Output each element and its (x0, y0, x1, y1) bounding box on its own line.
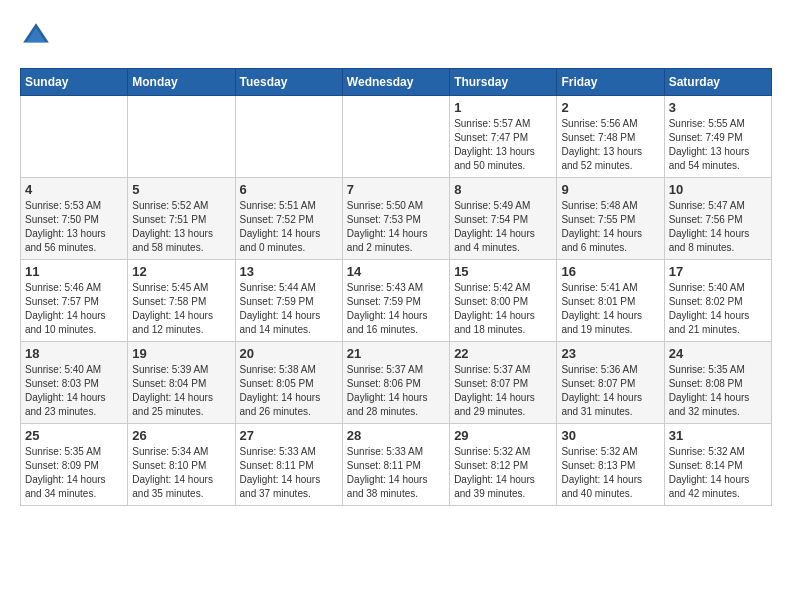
day-info: Sunrise: 5:53 AM Sunset: 7:50 PM Dayligh… (25, 199, 123, 255)
calendar-cell: 24Sunrise: 5:35 AM Sunset: 8:08 PM Dayli… (664, 342, 771, 424)
day-info: Sunrise: 5:34 AM Sunset: 8:10 PM Dayligh… (132, 445, 230, 501)
day-info: Sunrise: 5:43 AM Sunset: 7:59 PM Dayligh… (347, 281, 445, 337)
calendar-cell: 5Sunrise: 5:52 AM Sunset: 7:51 PM Daylig… (128, 178, 235, 260)
day-number: 31 (669, 428, 767, 443)
day-info: Sunrise: 5:55 AM Sunset: 7:49 PM Dayligh… (669, 117, 767, 173)
day-number: 6 (240, 182, 338, 197)
day-number: 1 (454, 100, 552, 115)
day-number: 25 (25, 428, 123, 443)
logo-icon (20, 20, 52, 52)
day-number: 14 (347, 264, 445, 279)
weekday-header: Friday (557, 69, 664, 96)
day-number: 15 (454, 264, 552, 279)
calendar-table: SundayMondayTuesdayWednesdayThursdayFrid… (20, 68, 772, 506)
calendar-cell: 28Sunrise: 5:33 AM Sunset: 8:11 PM Dayli… (342, 424, 449, 506)
calendar-cell: 10Sunrise: 5:47 AM Sunset: 7:56 PM Dayli… (664, 178, 771, 260)
day-info: Sunrise: 5:32 AM Sunset: 8:13 PM Dayligh… (561, 445, 659, 501)
day-info: Sunrise: 5:48 AM Sunset: 7:55 PM Dayligh… (561, 199, 659, 255)
calendar-cell: 29Sunrise: 5:32 AM Sunset: 8:12 PM Dayli… (450, 424, 557, 506)
day-number: 8 (454, 182, 552, 197)
day-info: Sunrise: 5:39 AM Sunset: 8:04 PM Dayligh… (132, 363, 230, 419)
day-info: Sunrise: 5:40 AM Sunset: 8:03 PM Dayligh… (25, 363, 123, 419)
calendar-cell: 17Sunrise: 5:40 AM Sunset: 8:02 PM Dayli… (664, 260, 771, 342)
weekday-header: Monday (128, 69, 235, 96)
day-number: 24 (669, 346, 767, 361)
weekday-header: Sunday (21, 69, 128, 96)
day-info: Sunrise: 5:57 AM Sunset: 7:47 PM Dayligh… (454, 117, 552, 173)
calendar-cell: 15Sunrise: 5:42 AM Sunset: 8:00 PM Dayli… (450, 260, 557, 342)
calendar-cell: 26Sunrise: 5:34 AM Sunset: 8:10 PM Dayli… (128, 424, 235, 506)
day-info: Sunrise: 5:40 AM Sunset: 8:02 PM Dayligh… (669, 281, 767, 337)
day-number: 30 (561, 428, 659, 443)
day-number: 11 (25, 264, 123, 279)
day-number: 22 (454, 346, 552, 361)
day-number: 17 (669, 264, 767, 279)
calendar-week-row: 25Sunrise: 5:35 AM Sunset: 8:09 PM Dayli… (21, 424, 772, 506)
calendar-cell: 18Sunrise: 5:40 AM Sunset: 8:03 PM Dayli… (21, 342, 128, 424)
day-info: Sunrise: 5:33 AM Sunset: 8:11 PM Dayligh… (240, 445, 338, 501)
calendar-week-row: 4Sunrise: 5:53 AM Sunset: 7:50 PM Daylig… (21, 178, 772, 260)
day-info: Sunrise: 5:49 AM Sunset: 7:54 PM Dayligh… (454, 199, 552, 255)
day-number: 28 (347, 428, 445, 443)
day-number: 3 (669, 100, 767, 115)
day-number: 13 (240, 264, 338, 279)
calendar-cell: 16Sunrise: 5:41 AM Sunset: 8:01 PM Dayli… (557, 260, 664, 342)
day-number: 9 (561, 182, 659, 197)
calendar-week-row: 18Sunrise: 5:40 AM Sunset: 8:03 PM Dayli… (21, 342, 772, 424)
day-info: Sunrise: 5:47 AM Sunset: 7:56 PM Dayligh… (669, 199, 767, 255)
day-number: 5 (132, 182, 230, 197)
day-number: 10 (669, 182, 767, 197)
day-number: 4 (25, 182, 123, 197)
day-number: 20 (240, 346, 338, 361)
day-number: 29 (454, 428, 552, 443)
page-header (20, 20, 772, 52)
weekday-header: Wednesday (342, 69, 449, 96)
day-info: Sunrise: 5:38 AM Sunset: 8:05 PM Dayligh… (240, 363, 338, 419)
day-number: 16 (561, 264, 659, 279)
calendar-cell: 25Sunrise: 5:35 AM Sunset: 8:09 PM Dayli… (21, 424, 128, 506)
day-info: Sunrise: 5:41 AM Sunset: 8:01 PM Dayligh… (561, 281, 659, 337)
day-info: Sunrise: 5:32 AM Sunset: 8:12 PM Dayligh… (454, 445, 552, 501)
day-info: Sunrise: 5:35 AM Sunset: 8:08 PM Dayligh… (669, 363, 767, 419)
calendar-cell: 7Sunrise: 5:50 AM Sunset: 7:53 PM Daylig… (342, 178, 449, 260)
day-number: 26 (132, 428, 230, 443)
calendar-cell: 6Sunrise: 5:51 AM Sunset: 7:52 PM Daylig… (235, 178, 342, 260)
day-number: 21 (347, 346, 445, 361)
day-info: Sunrise: 5:52 AM Sunset: 7:51 PM Dayligh… (132, 199, 230, 255)
day-info: Sunrise: 5:44 AM Sunset: 7:59 PM Dayligh… (240, 281, 338, 337)
calendar-cell: 8Sunrise: 5:49 AM Sunset: 7:54 PM Daylig… (450, 178, 557, 260)
calendar-cell: 20Sunrise: 5:38 AM Sunset: 8:05 PM Dayli… (235, 342, 342, 424)
calendar-cell (128, 96, 235, 178)
day-number: 7 (347, 182, 445, 197)
day-info: Sunrise: 5:42 AM Sunset: 8:00 PM Dayligh… (454, 281, 552, 337)
day-info: Sunrise: 5:56 AM Sunset: 7:48 PM Dayligh… (561, 117, 659, 173)
day-info: Sunrise: 5:36 AM Sunset: 8:07 PM Dayligh… (561, 363, 659, 419)
calendar-cell: 13Sunrise: 5:44 AM Sunset: 7:59 PM Dayli… (235, 260, 342, 342)
calendar-cell (342, 96, 449, 178)
calendar-header-row: SundayMondayTuesdayWednesdayThursdayFrid… (21, 69, 772, 96)
calendar-cell: 3Sunrise: 5:55 AM Sunset: 7:49 PM Daylig… (664, 96, 771, 178)
weekday-header: Tuesday (235, 69, 342, 96)
calendar-cell: 31Sunrise: 5:32 AM Sunset: 8:14 PM Dayli… (664, 424, 771, 506)
calendar-cell: 27Sunrise: 5:33 AM Sunset: 8:11 PM Dayli… (235, 424, 342, 506)
calendar-cell: 23Sunrise: 5:36 AM Sunset: 8:07 PM Dayli… (557, 342, 664, 424)
day-info: Sunrise: 5:37 AM Sunset: 8:06 PM Dayligh… (347, 363, 445, 419)
calendar-cell: 12Sunrise: 5:45 AM Sunset: 7:58 PM Dayli… (128, 260, 235, 342)
day-number: 2 (561, 100, 659, 115)
day-info: Sunrise: 5:51 AM Sunset: 7:52 PM Dayligh… (240, 199, 338, 255)
calendar-cell: 14Sunrise: 5:43 AM Sunset: 7:59 PM Dayli… (342, 260, 449, 342)
weekday-header: Thursday (450, 69, 557, 96)
calendar-cell: 21Sunrise: 5:37 AM Sunset: 8:06 PM Dayli… (342, 342, 449, 424)
calendar-cell: 9Sunrise: 5:48 AM Sunset: 7:55 PM Daylig… (557, 178, 664, 260)
calendar-cell: 1Sunrise: 5:57 AM Sunset: 7:47 PM Daylig… (450, 96, 557, 178)
day-number: 23 (561, 346, 659, 361)
day-number: 18 (25, 346, 123, 361)
day-number: 12 (132, 264, 230, 279)
logo (20, 20, 56, 52)
day-number: 27 (240, 428, 338, 443)
calendar-cell: 19Sunrise: 5:39 AM Sunset: 8:04 PM Dayli… (128, 342, 235, 424)
day-info: Sunrise: 5:50 AM Sunset: 7:53 PM Dayligh… (347, 199, 445, 255)
day-number: 19 (132, 346, 230, 361)
weekday-header: Saturday (664, 69, 771, 96)
calendar-cell: 22Sunrise: 5:37 AM Sunset: 8:07 PM Dayli… (450, 342, 557, 424)
